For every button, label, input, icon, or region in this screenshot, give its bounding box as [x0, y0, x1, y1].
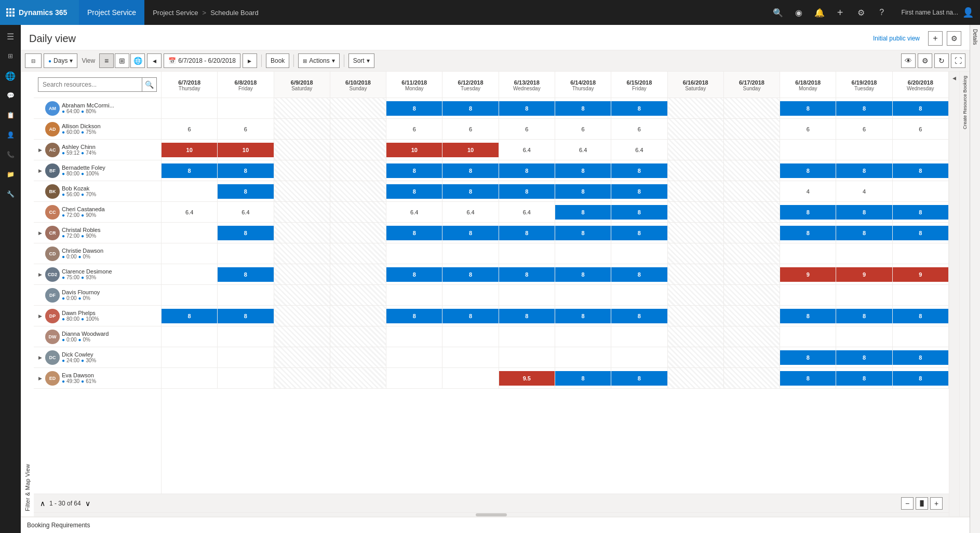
user-menu[interactable]: First name Last na... 👤: [895, 7, 980, 18]
resource-row[interactable]: ▶EDEva Dawson●49:30 ● 61%: [34, 368, 161, 389]
schedule-cell[interactable]: 8: [611, 98, 667, 118]
schedule-cell[interactable]: 6.4: [555, 140, 611, 160]
booking-block[interactable]: 8: [499, 226, 555, 240]
sidebar-phone-icon[interactable]: 📞: [1, 145, 20, 164]
schedule-cell[interactable]: [274, 223, 330, 243]
module-name[interactable]: Project Service: [79, 0, 144, 25]
schedule-cell[interactable]: 8: [499, 264, 555, 284]
schedule-cell[interactable]: [218, 285, 274, 305]
schedule-cell[interactable]: 8: [836, 368, 892, 388]
booking-block[interactable]: 8: [836, 371, 892, 386]
schedule-cell[interactable]: [724, 368, 780, 388]
schedule-cell[interactable]: [668, 140, 724, 160]
schedule-cell[interactable]: 9.5: [499, 368, 555, 388]
booking-block[interactable]: 8: [442, 267, 498, 282]
resource-row[interactable]: ▶BFBernadette Foley●80:00 ● 100%: [34, 160, 161, 181]
schedule-cell[interactable]: [668, 285, 724, 305]
schedule-cell[interactable]: [780, 140, 836, 160]
schedule-cell[interactable]: 10: [386, 140, 442, 160]
schedule-cell[interactable]: [724, 264, 780, 284]
schedule-cell[interactable]: 8: [218, 181, 274, 201]
booking-block[interactable]: 8: [442, 184, 498, 199]
schedule-cell[interactable]: 8: [893, 306, 949, 326]
schedule-cell[interactable]: 8: [442, 306, 499, 326]
map-view-button[interactable]: 🌐: [130, 53, 145, 68]
booking-block[interactable]: 8: [499, 101, 555, 116]
schedule-cell[interactable]: 8: [499, 160, 555, 181]
schedule-cell[interactable]: [330, 264, 386, 284]
schedule-cell[interactable]: 6.4: [499, 202, 555, 222]
schedule-cell[interactable]: [724, 202, 780, 222]
grid-view-button[interactable]: ⊞: [115, 53, 129, 68]
schedule-cell[interactable]: 8: [555, 181, 611, 201]
resource-row[interactable]: BKBob Kozak●56:00 ● 70%: [34, 181, 161, 202]
schedule-cell[interactable]: 8: [218, 223, 274, 243]
resource-row[interactable]: CCCheri Castaneda●72:00 ● 90%: [34, 202, 161, 223]
schedule-cell[interactable]: 8: [555, 202, 611, 222]
schedule-cell[interactable]: [724, 285, 780, 305]
schedule-cell[interactable]: 6: [218, 119, 274, 139]
bell-icon[interactable]: 🔔: [810, 3, 829, 22]
booking-block[interactable]: 8: [893, 350, 948, 365]
settings-grid-button[interactable]: ⚙: [918, 53, 932, 68]
view-settings-button[interactable]: ⚙: [947, 31, 961, 46]
sort-dropdown-button[interactable]: Sort ▾: [348, 53, 374, 68]
schedule-cell[interactable]: 6: [836, 119, 892, 139]
zoom-in-button[interactable]: +: [930, 497, 943, 510]
booking-block[interactable]: 8: [162, 163, 217, 178]
schedule-cell[interactable]: 6.4: [611, 140, 667, 160]
schedule-cell[interactable]: 6: [780, 119, 836, 139]
schedule-cell[interactable]: 8: [442, 223, 499, 243]
booking-block[interactable]: 8: [386, 184, 442, 199]
schedule-cell[interactable]: [780, 285, 836, 305]
booking-block[interactable]: 8: [836, 309, 892, 323]
schedule-cell[interactable]: 8: [893, 347, 949, 367]
sidebar-user-icon[interactable]: 👤: [1, 126, 20, 144]
schedule-cell[interactable]: [836, 326, 892, 347]
schedule-cell[interactable]: 8: [386, 306, 442, 326]
resource-expand-icon[interactable]: ▶: [37, 147, 43, 153]
schedule-cell[interactable]: [555, 243, 611, 264]
booking-block[interactable]: 8: [555, 205, 611, 220]
days-dropdown-button[interactable]: ● Days ▾: [44, 53, 77, 68]
schedule-cell[interactable]: 6.4: [442, 202, 499, 222]
schedule-cell[interactable]: [668, 368, 724, 388]
search-input[interactable]: [38, 77, 142, 92]
booking-block[interactable]: 8: [893, 309, 948, 323]
booking-block[interactable]: 8: [780, 350, 836, 365]
booking-block[interactable]: 10: [162, 143, 217, 157]
booking-block[interactable]: 8: [386, 226, 442, 240]
schedule-cell[interactable]: 6.4: [386, 202, 442, 222]
schedule-cell[interactable]: [330, 181, 386, 201]
booking-block[interactable]: 8: [780, 226, 836, 240]
schedule-cell[interactable]: 8: [780, 306, 836, 326]
schedule-cell[interactable]: [836, 140, 892, 160]
schedule-cell[interactable]: [386, 347, 442, 367]
schedule-cell[interactable]: 8: [442, 264, 499, 284]
schedule-cell[interactable]: 6.4: [218, 202, 274, 222]
booking-block[interactable]: 10: [386, 143, 442, 157]
expand-icon[interactable]: ∨: [85, 499, 90, 508]
schedule-cell[interactable]: 8: [162, 160, 218, 181]
eye-icon-button[interactable]: 👁: [901, 53, 916, 68]
booking-block[interactable]: 8: [442, 226, 498, 240]
schedule-cell[interactable]: 10: [218, 140, 274, 160]
schedule-cell[interactable]: 8: [162, 306, 218, 326]
schedule-cell[interactable]: 8: [780, 202, 836, 222]
booking-block[interactable]: 8: [893, 205, 948, 220]
schedule-cell[interactable]: [555, 285, 611, 305]
booking-block[interactable]: 8: [442, 101, 498, 116]
resource-expand-icon[interactable]: [37, 105, 43, 112]
breadcrumb-part1[interactable]: Project Service: [153, 9, 198, 17]
booking-block[interactable]: 8: [555, 163, 611, 178]
schedule-cell[interactable]: 8: [386, 181, 442, 201]
booking-block[interactable]: 8: [386, 309, 442, 323]
schedule-cell[interactable]: [724, 160, 780, 181]
schedule-cell[interactable]: [893, 326, 949, 347]
schedule-cell[interactable]: [330, 98, 386, 118]
details-label[interactable]: Details: [972, 29, 978, 45]
schedule-cell[interactable]: [668, 223, 724, 243]
booking-block[interactable]: 8: [836, 226, 892, 240]
schedule-cell[interactable]: [668, 347, 724, 367]
schedule-cell[interactable]: [274, 264, 330, 284]
